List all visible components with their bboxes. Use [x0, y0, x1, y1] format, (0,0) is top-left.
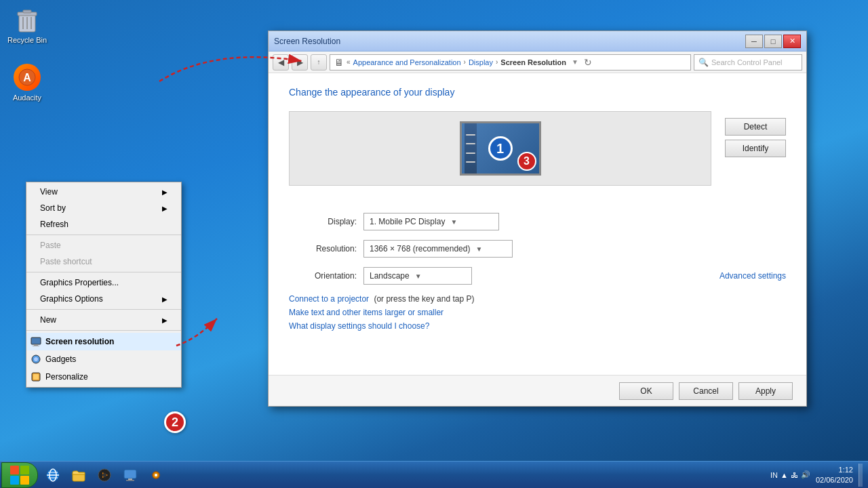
- taskbar-notification-area: IN ▲ 🖧 🔊: [770, 470, 810, 479]
- file-explorer-icon[interactable]: [66, 464, 91, 487]
- network-icon: 🖧: [791, 471, 798, 479]
- svg-rect-9: [34, 344, 38, 346]
- svg-rect-10: [33, 346, 39, 346]
- display-dropdown[interactable]: 1. Mobile PC Display ▼: [363, 213, 499, 230]
- taskbar-app4-icon[interactable]: [118, 464, 142, 487]
- taskbar-quick-launch: [41, 464, 168, 487]
- projector-link[interactable]: Connect to a projector: [289, 294, 369, 304]
- recycle-bin-icon[interactable]: Recycle Bin: [3, 3, 51, 47]
- svg-point-29: [102, 473, 106, 477]
- window-title: Screen Resolution: [274, 37, 745, 46]
- display-row: Display: 1. Mobile PC Display ▼: [289, 213, 786, 230]
- address-bar[interactable]: 🖥 « Appearance and Personalization › Dis…: [330, 54, 691, 70]
- context-menu-item-sortby[interactable]: Sort by ▶: [26, 200, 181, 216]
- taskbar-up-arrow[interactable]: ▲: [781, 471, 788, 479]
- context-menu-item-refresh[interactable]: Refresh: [26, 216, 181, 232]
- resolution-dropdown[interactable]: 1366 × 768 (recommended) ▼: [363, 240, 513, 258]
- text-size-link[interactable]: Make text and other items larger or smal…: [289, 308, 786, 317]
- display-label: Display:: [289, 217, 357, 226]
- side-buttons: Detect Identify: [725, 111, 786, 199]
- recycle-bin-label: Recycle Bin: [7, 36, 47, 44]
- orientation-dropdown-arrow: ▼: [415, 272, 422, 280]
- up-button[interactable]: ↑: [311, 54, 327, 70]
- address-dropdown-arrow[interactable]: ▼: [572, 58, 578, 66]
- context-menu-item-gadgets[interactable]: Gadgets: [26, 350, 181, 368]
- display-settings-link[interactable]: What display settings should I choose?: [289, 321, 786, 331]
- svg-rect-20: [20, 476, 29, 485]
- svg-rect-14: [33, 374, 39, 380]
- advanced-settings-link[interactable]: Advanced settings: [719, 271, 786, 281]
- cancel-button[interactable]: Cancel: [679, 382, 733, 400]
- screen-res-icon: [31, 336, 41, 347]
- minimize-button[interactable]: ─: [745, 35, 763, 48]
- window-content: Change the appearance of your display 1: [269, 73, 806, 375]
- orientation-label: Orientation:: [289, 271, 357, 281]
- context-menu-item-graphics-properties[interactable]: Graphics Properties...: [26, 274, 181, 291]
- orientation-row: Orientation: Landscape ▼ Advanced settin…: [289, 267, 786, 285]
- locale-indicator: IN: [770, 471, 778, 479]
- show-desktop-button[interactable]: [859, 464, 863, 487]
- context-menu-item-screen-resolution[interactable]: Screen resolution: [26, 333, 181, 350]
- taskbar-app5-icon[interactable]: [144, 464, 168, 487]
- orientation-dropdown[interactable]: Landscape ▼: [363, 267, 472, 285]
- window-footer: OK Cancel Apply: [269, 375, 806, 406]
- orientation-value: Landscape: [370, 271, 410, 281]
- personalize-icon: [31, 371, 41, 382]
- breadcrumb-display[interactable]: Display: [469, 58, 493, 66]
- svg-point-12: [34, 357, 38, 361]
- svg-point-34: [155, 474, 157, 476]
- separator2: [26, 272, 181, 272]
- taskbar: IN ▲ 🖧 🔊 1:12 02/06/2020: [0, 461, 868, 488]
- back-button[interactable]: ◀: [273, 54, 289, 70]
- apply-button[interactable]: Apply: [738, 382, 793, 400]
- media-player-icon[interactable]: [92, 464, 117, 487]
- media-player-app-icon: [97, 468, 112, 483]
- submenu-arrow-new: ▶: [162, 317, 167, 324]
- folder-icon: [71, 468, 86, 483]
- audacity-label: Audacity: [13, 94, 41, 102]
- separator4: [26, 330, 181, 331]
- start-button[interactable]: [1, 462, 38, 488]
- breadcrumb-sep1: ›: [464, 58, 466, 66]
- context-menu-item-graphics-options[interactable]: Graphics Options ▶: [26, 291, 181, 307]
- sound-icon[interactable]: 🔊: [801, 470, 810, 479]
- internet-explorer-icon: [45, 468, 60, 483]
- identify-button[interactable]: Identify: [725, 140, 786, 157]
- context-menu-item-view[interactable]: View ▶: [26, 184, 181, 200]
- links-area: Connect to a projector (or press the key…: [289, 294, 786, 331]
- submenu-arrow-sortby: ▶: [162, 205, 167, 212]
- taskbar-clock[interactable]: 1:12 02/06/2020: [816, 465, 853, 485]
- window-toolbar: ◀ ▶ ↑ 🖥 « Appearance and Personalization…: [269, 52, 806, 73]
- display-dropdown-arrow: ▼: [450, 218, 457, 226]
- context-menu: View ▶ Sort by ▶ Refresh Paste Paste sho…: [26, 182, 182, 388]
- detect-button[interactable]: Detect: [725, 118, 786, 136]
- separator3: [26, 309, 181, 310]
- svg-rect-2: [23, 10, 31, 13]
- screen-resolution-window: Screen Resolution ─ □ ✕ ◀ ▶ ↑ 🖥 « Appear…: [268, 30, 807, 407]
- ok-button[interactable]: OK: [619, 382, 673, 400]
- projector-link-suffix: (or press the key and tap P): [374, 294, 474, 304]
- breadcrumb-appearance[interactable]: Appearance and Personalization: [353, 58, 461, 66]
- ie-icon[interactable]: [41, 464, 65, 487]
- search-icon: 🔍: [698, 58, 709, 67]
- cp-folder-icon: 🖥: [334, 57, 344, 68]
- maximize-button[interactable]: □: [764, 35, 782, 48]
- monitor-display: 1 3: [460, 121, 541, 176]
- search-box[interactable]: 🔍 Search Control Panel: [694, 54, 802, 70]
- svg-rect-8: [31, 338, 41, 344]
- taskbar-right-area: IN ▲ 🖧 🔊 1:12 02/06/2020: [770, 464, 868, 487]
- titlebar-buttons: ─ □ ✕: [745, 35, 801, 48]
- svg-rect-18: [20, 466, 29, 474]
- refresh-address-icon[interactable]: ↻: [584, 57, 592, 68]
- breadcrumb-sep2: ›: [496, 58, 498, 66]
- submenu-arrow-view: ▶: [162, 188, 167, 196]
- content-heading: Change the appearance of your display: [289, 87, 786, 98]
- breadcrumb-current: Screen Resolution: [500, 58, 566, 66]
- context-menu-item-personalize[interactable]: Personalize: [26, 368, 181, 386]
- close-button[interactable]: ✕: [783, 35, 801, 48]
- resolution-value: 1366 × 768 (recommended): [370, 244, 470, 253]
- context-menu-item-new[interactable]: New ▶: [26, 312, 181, 328]
- display-value: 1. Mobile PC Display: [370, 217, 445, 226]
- forward-button[interactable]: ▶: [292, 54, 308, 70]
- audacity-icon-desktop[interactable]: A Audacity: [3, 61, 51, 104]
